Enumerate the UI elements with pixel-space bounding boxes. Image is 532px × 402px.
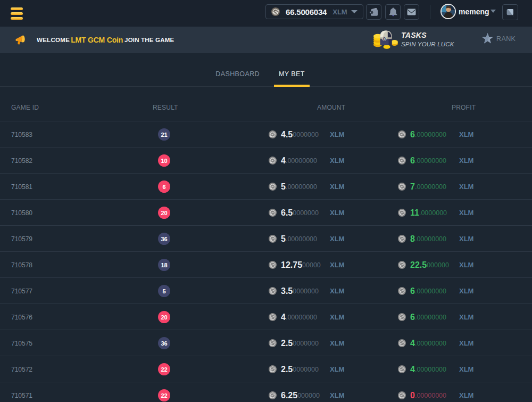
svg-text:0: 0: [383, 36, 386, 42]
